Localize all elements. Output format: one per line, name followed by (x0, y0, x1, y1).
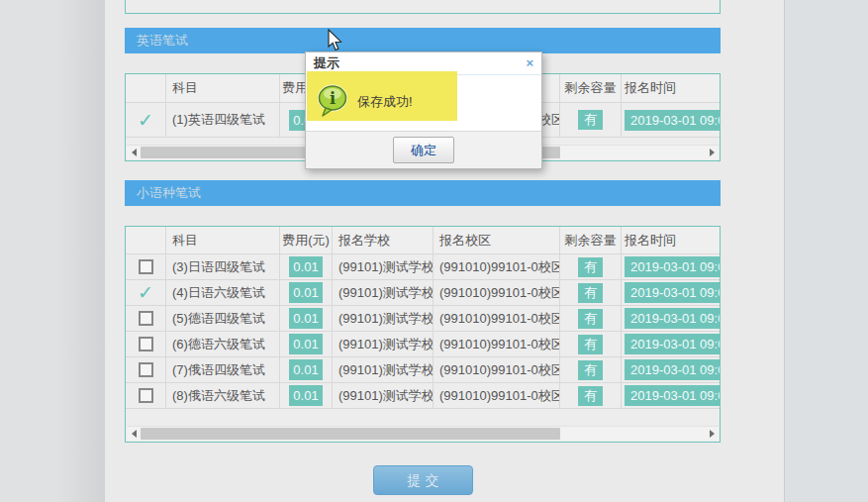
header-school: 报名学校 (333, 227, 434, 253)
checked-icon[interactable]: ✓ (138, 111, 153, 130)
scroll-left-arrow[interactable] (127, 427, 141, 442)
mouse-cursor (328, 29, 342, 54)
fee-badge: 0.01 (289, 334, 323, 354)
subject-cell: (3)日语四级笔试 (166, 254, 280, 279)
campus-cell: (991010)99101-0校区 (434, 357, 560, 382)
campus-cell: (991010)99101-0校区 (434, 332, 560, 356)
minor-language-test-table: 科目 费用(元) 报名学校 报名校区 剩余容量 报名时间 (3)日语四级笔试0.… (125, 226, 721, 443)
campus-cell: (991010)99101-0校区 (434, 254, 560, 279)
header-capacity: 剩余容量 (560, 227, 622, 253)
header-checkbox-cell (126, 227, 166, 253)
subject-cell: (8)俄语六级笔试 (166, 383, 280, 408)
fee-badge: 0.01 (289, 385, 323, 406)
table-row: (3)日语四级笔试0.01(99101)测试学校(991010)99101-0校… (126, 254, 721, 280)
capacity-badge: 有 (578, 283, 603, 303)
info-icon: i (316, 83, 349, 122)
header-time: 报名时间 (622, 74, 721, 102)
section-header-minor-language: 小语种笔试 (125, 180, 721, 206)
header-fee: 费用(元) (280, 227, 333, 253)
svg-text:i: i (330, 89, 336, 108)
school-cell: (99101)测试学校 (333, 306, 434, 331)
close-icon[interactable]: × (526, 52, 533, 74)
row-checkbox[interactable] (139, 362, 153, 377)
time-badge: 2019-03-01 09:0 (625, 308, 721, 329)
row-checkbox[interactable] (139, 388, 153, 403)
row-checkbox[interactable] (139, 311, 153, 326)
dialog-body: i 保存成功! (306, 75, 541, 131)
fee-badge: 0.01 (289, 282, 323, 303)
campus-cell: (991010)99101-0校区 (434, 383, 560, 408)
header-checkbox-cell (126, 74, 166, 102)
campus-cell: (991010)99101-0校区 (434, 280, 560, 305)
capacity-badge: 有 (578, 386, 603, 406)
scrollbar-track[interactable] (141, 427, 705, 442)
time-badge: 2019-03-01 09:0 (625, 334, 721, 354)
capacity-badge: 有 (578, 335, 603, 354)
table-row: (8)俄语六级笔试0.01(99101)测试学校(991010)99101-0校… (126, 383, 721, 409)
time-badge: 2019-03-01 09:0 (625, 110, 721, 131)
alert-dialog: 提示 × i 保存成功! 确定 (305, 51, 542, 169)
header-subject: 科目 (166, 227, 280, 253)
time-badge: 2019-03-01 09:0 (625, 256, 721, 277)
subject-cell: (5)德语四级笔试 (166, 306, 280, 331)
table-row: (5)德语四级笔试0.01(99101)测试学校(991010)99101-0校… (126, 306, 721, 332)
school-cell: (99101)测试学校 (333, 254, 434, 279)
fee-badge: 0.01 (289, 359, 323, 380)
dialog-footer: 确定 (306, 131, 541, 168)
capacity-badge: 有 (578, 110, 603, 130)
page-right-gutter (784, 0, 868, 502)
subject-cell: (6)德语六级笔试 (166, 332, 280, 356)
header-time: 报名时间 (622, 227, 721, 253)
submit-button[interactable]: 提 交 (373, 465, 473, 495)
subject-cell: (7)俄语四级笔试 (166, 357, 280, 382)
subject-cell: (4)日语六级笔试 (166, 280, 280, 305)
fee-badge: 0.01 (289, 256, 323, 277)
table-row: (6)德语六级笔试0.01(99101)测试学校(991010)99101-0校… (126, 332, 721, 357)
campus-cell: (991010)99101-0校区 (434, 306, 560, 331)
fee-badge: 0.01 (289, 308, 323, 329)
scroll-right-arrow[interactable] (705, 146, 719, 160)
checked-icon[interactable]: ✓ (138, 283, 153, 302)
previous-section-box (125, 0, 721, 14)
section-title: 英语笔试 (137, 33, 188, 48)
table-row: ✓(4)日语六级笔试0.01(99101)测试学校(991010)99101-0… (126, 280, 721, 306)
header-subject: 科目 (166, 74, 280, 102)
time-badge: 2019-03-01 09:0 (625, 385, 721, 406)
page-left-gutter (0, 0, 105, 502)
school-cell: (99101)测试学校 (333, 357, 434, 382)
capacity-badge: 有 (578, 309, 603, 329)
ok-button[interactable]: 确定 (393, 137, 454, 163)
time-badge: 2019-03-01 09:0 (625, 359, 721, 380)
header-capacity: 剩余容量 (560, 74, 622, 102)
time-badge: 2019-03-01 09:0 (625, 282, 721, 303)
table-row: (7)俄语四级笔试0.01(99101)测试学校(991010)99101-0校… (126, 357, 721, 383)
school-cell: (99101)测试学校 (333, 383, 434, 408)
scrollbar-thumb[interactable] (141, 428, 560, 440)
subject-cell: (1)英语四级笔试 (166, 103, 280, 137)
row-checkbox[interactable] (139, 337, 153, 351)
capacity-badge: 有 (578, 360, 603, 380)
scroll-left-arrow[interactable] (127, 146, 141, 160)
scroll-right-arrow[interactable] (705, 427, 719, 442)
row-checkbox[interactable] (139, 259, 153, 274)
school-cell: (99101)测试学校 (333, 280, 434, 305)
capacity-badge: 有 (578, 257, 603, 277)
section-header-english: 英语笔试 (125, 28, 721, 53)
dialog-message: 保存成功! (357, 93, 413, 111)
header-campus: 报名校区 (434, 227, 560, 253)
horizontal-scrollbar[interactable] (127, 426, 719, 441)
school-cell: (99101)测试学校 (333, 332, 434, 356)
table-header-row: 科目 费用(元) 报名学校 报名校区 剩余容量 报名时间 (126, 227, 721, 254)
section-title: 小语种笔试 (137, 185, 201, 200)
